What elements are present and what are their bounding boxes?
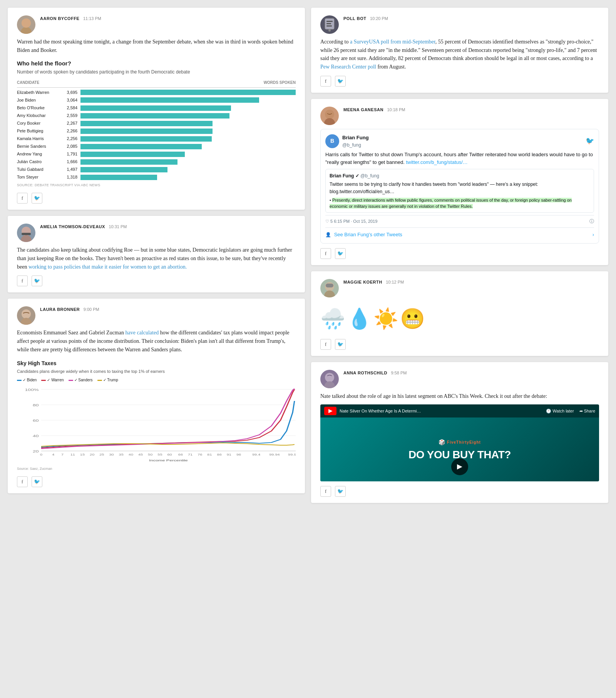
svg-text:20: 20 xyxy=(90,453,94,456)
youtube-icon: ▶ xyxy=(324,407,336,415)
tweet-author-row: B Brian Fung @b_fung 🐦 xyxy=(325,134,594,149)
share-button[interactable]: ➦ Share xyxy=(579,408,595,414)
facebook-icon[interactable]: f xyxy=(320,339,331,350)
poll-text: According to a SurveyUSA poll from mid-S… xyxy=(320,38,599,71)
bar-fill xyxy=(80,121,213,126)
poll-card: POLL BOT 10:20 PM According to a SurveyU… xyxy=(311,8,608,93)
svg-text:30: 30 xyxy=(109,453,114,456)
amelia-link[interactable]: working to pass policies that make it ea… xyxy=(28,264,187,270)
laura-link[interactable]: have calculated xyxy=(125,330,159,336)
bar-container xyxy=(80,121,296,126)
bar-container xyxy=(80,152,296,157)
video-brand: 🎲 FiveThirtyEight xyxy=(439,438,481,447)
bar-label: Bernie Sanders xyxy=(17,143,63,150)
laura-avatar xyxy=(17,306,35,325)
facebook-icon[interactable]: f xyxy=(320,76,331,87)
svg-rect-53 xyxy=(326,284,333,287)
bar-row: Amy Klobuchar 2,559 xyxy=(17,112,296,119)
video-body: 🎲 FiveThirtyEight DO YOU BUY THAT? ▶ xyxy=(320,417,599,481)
tweet-link[interactable]: twitter.com/b_fung/status/… xyxy=(406,159,467,165)
svg-text:66: 66 xyxy=(178,453,183,456)
maggie-name: MAGGIE KOERTH xyxy=(343,280,382,284)
svg-text:71: 71 xyxy=(188,453,192,456)
laura-card: LAURA BRONNER 9:00 PM Economists Emmanue… xyxy=(8,299,305,493)
laura-body: Economists Emmanuel Saez and Gabriel Zuc… xyxy=(17,329,296,472)
svg-text:11: 11 xyxy=(70,453,75,456)
amelia-time: 10:31 PM xyxy=(109,224,127,229)
laura-time: 9:00 PM xyxy=(84,307,99,312)
facebook-icon[interactable]: f xyxy=(320,248,331,259)
svg-text:0: 0 xyxy=(40,453,42,456)
bar-fill xyxy=(80,152,185,157)
svg-text:91: 91 xyxy=(227,453,231,456)
video-thumbnail[interactable]: ▶ Nate Silver On Whether Age Is A Determ… xyxy=(320,404,599,481)
bar-container xyxy=(80,129,296,134)
twitter-icon[interactable]: 🐦 xyxy=(335,76,346,87)
twitter-icon[interactable]: 🐦 xyxy=(32,276,42,286)
maggie-avatar xyxy=(320,279,339,297)
anna-header: ANNA ROTHSCHILD 9:58 PM xyxy=(320,370,599,388)
watch-later-icon[interactable]: 🕐 Watch later xyxy=(546,408,574,414)
meena-body: B Brian Fung @b_fung 🐦 Harris calls for … xyxy=(320,129,599,244)
svg-text:99.996: 99.996 xyxy=(288,453,296,456)
bar-row: Julián Castro 1,666 xyxy=(17,159,296,165)
chart-source: SOURCE: DEBATE TRANSCRIPT VIA ABC NEWS xyxy=(17,183,296,188)
line-chart-legend: ✓ Biden ✓ Warren ✓ Sanders ✓ Trump xyxy=(17,377,296,383)
aaron-author-info: AARON BYCOFFE 11:13 PM xyxy=(40,15,296,22)
aaron-time: 11:13 PM xyxy=(83,16,101,21)
svg-text:100%: 100% xyxy=(25,387,39,392)
facebook-icon[interactable]: f xyxy=(320,486,331,497)
bar-container xyxy=(80,113,296,119)
sanders-line xyxy=(69,380,73,381)
chart-subtitle: Number of words spoken by candidates par… xyxy=(17,69,296,75)
bar-row: Elizabeth Warren 3,695 xyxy=(17,89,296,96)
twitter-icon[interactable]: 🐦 xyxy=(335,486,346,497)
video-play-button[interactable]: ▶ xyxy=(451,458,468,475)
twitter-icon[interactable]: 🐦 xyxy=(335,248,346,259)
amelia-text: The candidates also keep talking about c… xyxy=(17,246,296,271)
twitter-icon[interactable]: 🐦 xyxy=(32,476,42,487)
facebook-icon[interactable]: f xyxy=(17,476,28,487)
see-more-tweets[interactable]: 👤 See Brian Fung's other Tweets › xyxy=(325,227,594,239)
bar-fill xyxy=(80,105,231,111)
bar-container xyxy=(80,159,296,165)
poll-body: According to a SurveyUSA poll from mid-S… xyxy=(320,38,599,71)
twitter-icon[interactable]: 🐦 xyxy=(335,339,346,350)
anna-name: ANNA ROTHSCHILD xyxy=(343,371,387,375)
bar-value: 1,497 xyxy=(63,166,80,173)
bar-fill xyxy=(80,129,213,134)
bar-row: Cory Booker 2,267 xyxy=(17,120,296,127)
maggie-author-info: MAGGIE KOERTH 10:12 PM xyxy=(343,279,599,285)
bar-label: Cory Booker xyxy=(17,120,63,127)
svg-text:40: 40 xyxy=(33,434,39,438)
poll-social: f 🐦 xyxy=(320,76,599,87)
svg-text:25: 25 xyxy=(99,453,104,456)
twitter-icon[interactable]: 🐦 xyxy=(32,193,42,204)
tweet-meta: ♡ 5 6:15 PM · Oct 15, 2019 ⓘ xyxy=(325,215,594,225)
aaron-text: Warren had the most speaking time tonigh… xyxy=(17,38,296,54)
line-chart-subtitle: Candidates plans diverge widely when it … xyxy=(17,368,296,375)
video-top-left: ▶ Nate Silver On Whether Age Is A Determ… xyxy=(324,407,421,415)
trump-line xyxy=(97,380,102,381)
svg-text:96: 96 xyxy=(236,453,241,456)
col-words: WORDS SPOKEN xyxy=(264,80,296,86)
svg-rect-46 xyxy=(326,23,331,24)
bar-value: 2,267 xyxy=(63,120,80,127)
nested-author: Brian Fung ✓ @b_fung xyxy=(330,172,590,180)
nested-list: • Presently, direct interactions with fe… xyxy=(330,197,590,209)
bar-container xyxy=(80,97,296,103)
survey-link[interactable]: a SurveyUSA poll from mid-September xyxy=(350,39,435,45)
bar-container xyxy=(80,136,296,142)
bar-label: Beto O'Rourke xyxy=(17,105,63,111)
video-top-bar: ▶ Nate Silver On Whether Age Is A Determ… xyxy=(320,404,599,417)
facebook-icon[interactable]: f xyxy=(17,276,28,286)
bar-row: Beto O'Rourke 2,584 xyxy=(17,105,296,111)
svg-text:50: 50 xyxy=(148,453,152,456)
pew-link[interactable]: Pew Research Center poll xyxy=(320,64,376,70)
svg-point-50 xyxy=(324,118,335,125)
nested-text: Twitter seems to be trying to clarify ho… xyxy=(330,181,590,195)
svg-text:55: 55 xyxy=(157,453,162,456)
bar-fill xyxy=(80,90,296,95)
aaron-body: Warren had the most speaking time tonigh… xyxy=(17,38,296,188)
facebook-icon[interactable]: f xyxy=(17,193,28,204)
